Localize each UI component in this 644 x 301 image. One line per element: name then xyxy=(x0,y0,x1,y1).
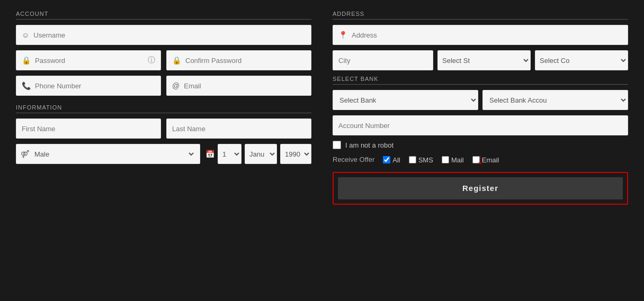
bank-account-type-select[interactable]: Select Bank Accou xyxy=(482,90,628,110)
all-checkbox[interactable] xyxy=(383,156,390,163)
lock-icon: 🔒 xyxy=(22,56,31,65)
gender-group: ⚤ Male Female Other xyxy=(16,144,200,164)
email-input[interactable] xyxy=(184,82,306,90)
password-row: 🔒 ⓘ 🔒 xyxy=(16,50,311,70)
year-select[interactable]: 1990199119852000 xyxy=(280,144,311,164)
gender-select[interactable]: Male Female Other xyxy=(32,150,195,159)
all-label: All xyxy=(392,156,400,164)
address-section-label: ADDRESS xyxy=(333,11,628,20)
last-name-input[interactable] xyxy=(172,125,306,133)
email-label: Email xyxy=(482,156,499,164)
mail-checkbox[interactable] xyxy=(442,156,449,163)
email-input-group: @ xyxy=(166,76,311,96)
username-input[interactable] xyxy=(33,31,306,39)
state-select[interactable]: Select St xyxy=(437,50,531,70)
account-number-group xyxy=(333,115,628,135)
city-input[interactable] xyxy=(333,50,433,70)
account-section-label: ACCOUNT xyxy=(16,11,311,20)
select-bank-section-label: SELECT BANK xyxy=(333,76,628,85)
day-select[interactable]: 12345 678910 xyxy=(218,144,241,164)
register-button[interactable]: Register xyxy=(338,177,623,199)
phone-email-row: 📞 @ xyxy=(16,76,311,96)
phone-input[interactable] xyxy=(35,82,155,90)
information-section: INFORMATION ⚤ Male Female Other xyxy=(16,104,311,164)
month-select[interactable]: JanuFebrMarcApri MayJuneJulyAugu SeptOct… xyxy=(245,144,277,164)
location-icon: 📍 xyxy=(338,31,347,39)
password-input[interactable] xyxy=(35,57,146,65)
sms-label: SMS xyxy=(418,156,433,164)
confirm-password-input[interactable] xyxy=(185,57,306,65)
all-checkbox-group: All xyxy=(383,156,400,164)
phone-input-group: 📞 xyxy=(16,76,161,96)
city-state-country-row: Select St Select Co xyxy=(333,50,628,70)
sms-checkbox-group: SMS xyxy=(409,156,433,164)
last-name-input-group xyxy=(166,118,311,139)
dob-group: 📅 12345 678910 JanuFebrMarcApri MayJuneJ… xyxy=(205,144,311,164)
register-arrow: ↓ xyxy=(477,152,484,167)
receive-offer-label: Receive Offer xyxy=(333,156,374,165)
mail-checkbox-group: Mail xyxy=(442,156,464,164)
information-section-label: INFORMATION xyxy=(16,104,311,113)
right-panel: ADDRESS 📍 Select St Select Co SELECT BAN… xyxy=(333,11,628,205)
register-wrapper: ↓ Register xyxy=(333,172,628,205)
bank-account-type-row: Select Bank Select Bank Accou xyxy=(333,90,628,110)
user-icon: ☺ xyxy=(22,31,29,39)
first-name-input-group xyxy=(16,118,161,139)
password-help-icon[interactable]: ⓘ xyxy=(148,56,155,65)
password-input-group: 🔒 ⓘ xyxy=(16,50,161,70)
country-select[interactable]: Select Co xyxy=(535,50,628,70)
left-panel: ACCOUNT ☺ 🔒 ⓘ 🔒 📞 @ xyxy=(16,11,311,205)
username-input-group: ☺ xyxy=(16,25,311,45)
phone-icon: 📞 xyxy=(22,81,31,90)
confirm-lock-icon: 🔒 xyxy=(172,56,181,65)
sms-checkbox[interactable] xyxy=(409,156,416,163)
calendar-icon: 📅 xyxy=(205,150,214,158)
address-input-group: 📍 xyxy=(333,25,628,45)
account-number-input[interactable] xyxy=(338,122,622,130)
at-icon: @ xyxy=(172,81,180,90)
captcha-row: I am not a robot xyxy=(333,141,628,149)
gender-dob-row: ⚤ Male Female Other 📅 12345 678910 JanuF… xyxy=(16,144,311,164)
address-input[interactable] xyxy=(352,31,622,39)
mail-label: Mail xyxy=(451,156,464,164)
gender-icon: ⚤ xyxy=(21,150,29,158)
first-name-input[interactable] xyxy=(22,125,155,133)
captcha-label: I am not a robot xyxy=(345,141,393,149)
confirm-password-input-group: 🔒 xyxy=(166,50,311,70)
captcha-checkbox[interactable] xyxy=(333,141,341,149)
bank-select[interactable]: Select Bank xyxy=(333,90,478,110)
name-row xyxy=(16,118,311,139)
